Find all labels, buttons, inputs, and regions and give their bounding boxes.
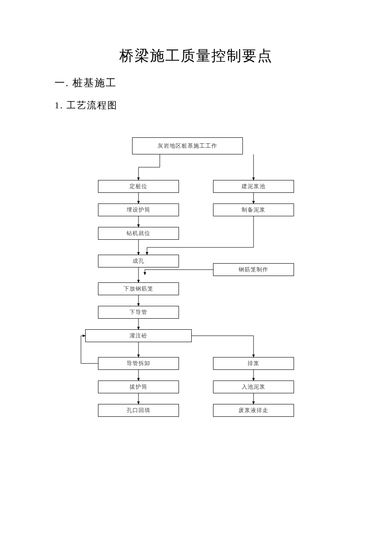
page: 桥梁施工质量控制要点 一. 桩基施工 1. 工艺流程图 灰岩地区桩基施工工作 定… xyxy=(0,0,392,555)
flowchart: 灰岩地区桩基施工工作 定桩位 建泥浆池 埋设护筒 制备泥浆 钻机就位 成孔 钢筋… xyxy=(85,137,324,427)
page-title: 桥梁施工质量控制要点 xyxy=(0,46,392,66)
flowchart-arrows xyxy=(85,137,324,427)
section-heading-1: 一. 桩基施工 xyxy=(55,76,117,90)
subsection-heading-1: 1. 工艺流程图 xyxy=(55,99,118,112)
